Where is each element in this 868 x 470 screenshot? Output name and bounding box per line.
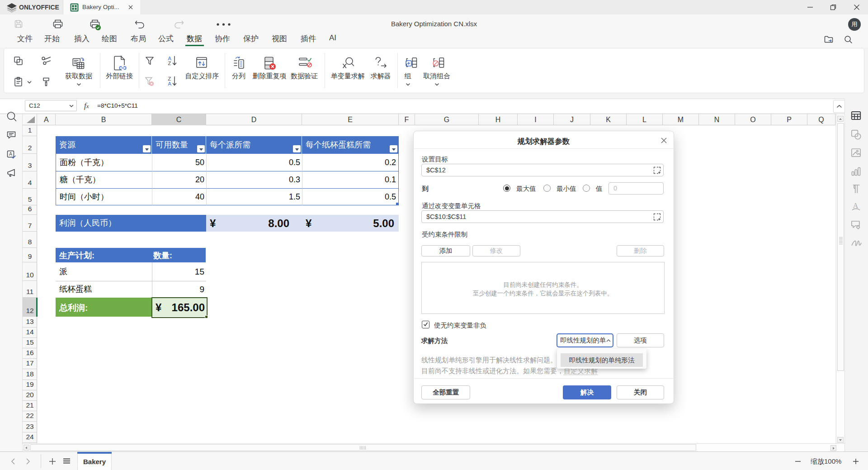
- svg-text:A: A: [9, 151, 12, 157]
- svg-text:Z: Z: [168, 61, 171, 66]
- svg-text:A: A: [853, 202, 859, 209]
- svg-text:A: A: [168, 81, 172, 86]
